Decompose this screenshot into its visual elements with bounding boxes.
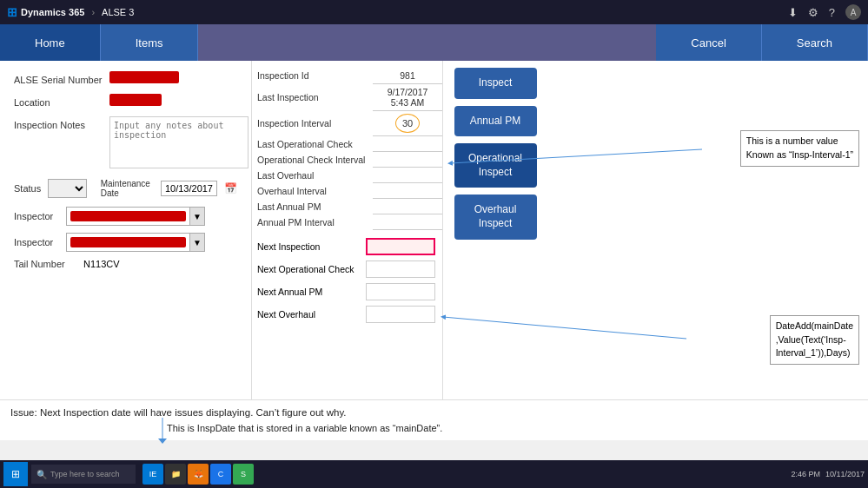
last-annual-pm-value <box>373 199 442 214</box>
inspector-input-1[interactable]: ▼ <box>66 207 205 226</box>
system-date: 10/11/2017 <box>825 470 865 478</box>
table-row: Last Operational Check <box>252 136 442 152</box>
app-logo: ⊞ Dynamics 365 <box>7 5 84 19</box>
inspector-label-1: Inspector <box>14 211 66 221</box>
next-section: Next Inspection Next Operational Check N… <box>252 235 442 326</box>
op-check-interval-label: Operational Check Interval <box>252 152 373 168</box>
win-tray: 2:46 PM 10/11/2017 <box>791 470 865 478</box>
next-inspection-value <box>361 235 442 258</box>
tab-items[interactable]: Items <box>101 24 199 61</box>
annotation-dateadd-line3: Interval_1’)),Days) <box>776 347 851 358</box>
next-overhaul-input[interactable] <box>366 306 435 323</box>
taskbar-icon-1[interactable]: IE <box>142 464 163 485</box>
taskbar-icon-5[interactable]: S <box>233 464 254 485</box>
mid-panel: Inspection Id 981 Last Inspection 9/17/2… <box>252 61 443 399</box>
table-row: Inspection Id 981 <box>252 68 442 84</box>
inspector-redacted-2 <box>70 237 186 247</box>
table-row: Inspection Interval 30 <box>252 111 442 136</box>
next-overhaul-label: Next Overhaul <box>252 303 361 326</box>
inspector-input-2[interactable]: ▼ <box>66 233 205 252</box>
right-panel: Inspect Annual PM Operational Inspect Ov… <box>443 61 547 399</box>
annual-pm-interval-value <box>373 214 442 230</box>
table-row: Next Operational Check <box>252 258 442 280</box>
annotation-insp-interval: This is a number value Known as “Insp-In… <box>740 130 859 167</box>
inspection-id-value: 981 <box>373 68 442 84</box>
inspector-row-2: Inspector ▼ <box>14 233 237 252</box>
status-select[interactable] <box>48 179 86 198</box>
tail-number-value: N113CV <box>83 259 120 269</box>
table-row: Next Annual PM <box>252 280 442 303</box>
bottom-note-text: This is InspDate that is stored in a var… <box>167 423 858 433</box>
annotation-dateadd: DateAdd(mainDate ,Value(Text(‘Insp- Inte… <box>770 315 859 365</box>
alse-serial-row: ALSE Serial Number <box>14 71 237 85</box>
alse-serial-value <box>109 71 237 85</box>
taskbar-search-placeholder: Type here to search <box>50 470 120 478</box>
inspector-dropdown-2[interactable]: ▼ <box>189 234 204 251</box>
next-table: Next Inspection Next Operational Check N… <box>252 235 442 326</box>
next-op-check-input[interactable] <box>366 260 435 278</box>
taskbar-icon-3[interactable]: 🦊 <box>188 464 209 485</box>
taskbar-search[interactable]: 🔍 Type here to search <box>31 465 136 484</box>
location-value <box>109 94 237 108</box>
last-op-check-label: Last Operational Check <box>252 136 373 152</box>
table-row: Last Inspection 9/17/2017 5:43 AM <box>252 84 442 111</box>
next-annual-pm-input[interactable] <box>366 283 435 300</box>
last-overhaul-label: Last Overhaul <box>252 168 373 183</box>
form-table: Inspection Id 981 Last Inspection 9/17/2… <box>252 68 442 230</box>
bottom-arrow-svg <box>149 418 176 444</box>
last-overhaul-value <box>373 168 442 183</box>
inspection-interval-label: Inspection Interval <box>252 111 373 136</box>
system-time: 2:46 PM <box>791 470 820 478</box>
overhaul-inspect-button[interactable]: Overhaul Inspect <box>454 195 537 239</box>
notes-value[interactable] <box>109 116 248 170</box>
overhaul-interval-label: Overhaul Interval <box>252 183 373 199</box>
annotation-dateadd-line2: ,Value(Text(‘Insp- <box>776 334 846 345</box>
operational-inspect-button[interactable]: Operational Inspect <box>454 143 537 188</box>
annual-pm-button[interactable]: Annual PM <box>454 106 537 137</box>
status-row: Status Maintenance Date 10/13/2017 📅 <box>14 179 237 198</box>
location-redacted <box>109 94 162 106</box>
nav-center <box>198 24 656 61</box>
tail-number-row: Tail Number N113CV <box>14 259 237 269</box>
overhaul-interval-value <box>373 183 442 199</box>
inspection-id-label: Inspection Id <box>252 68 373 84</box>
maintenance-date-value: 10/13/2017 <box>161 181 217 196</box>
nav-bar: Home Items Cancel Search <box>0 24 868 61</box>
tab-home[interactable]: Home <box>0 24 101 61</box>
settings-icon[interactable]: ⚙ <box>808 6 818 19</box>
top-bar-icons: ⬇ ⚙ ? A <box>788 4 861 20</box>
svg-marker-3 <box>158 439 167 444</box>
annual-pm-interval-label: Annual PM Interval <box>252 214 373 230</box>
next-annual-pm-label: Next Annual PM <box>252 280 361 303</box>
alse-serial-redacted <box>109 71 179 83</box>
inspect-button[interactable]: Inspect <box>454 68 537 99</box>
main-content: ALSE Serial Number Location Inspection N… <box>0 61 868 399</box>
tab-search[interactable]: Search <box>762 24 868 61</box>
taskbar-icon-4[interactable]: C <box>210 464 231 485</box>
download-icon[interactable]: ⬇ <box>788 6 798 19</box>
table-row: Next Inspection <box>252 235 442 258</box>
table-row: Next Overhaul <box>252 303 442 326</box>
taskbar-icon-2[interactable]: 📁 <box>165 464 186 485</box>
inspection-interval-value: 30 <box>373 111 442 136</box>
help-icon[interactable]: ? <box>829 6 835 19</box>
table-row: Last Annual PM <box>252 199 442 214</box>
next-overhaul-value <box>361 303 442 326</box>
calendar-icon[interactable]: 📅 <box>224 182 237 195</box>
table-row: Annual PM Interval <box>252 214 442 230</box>
notes-label: Inspection Notes <box>14 116 109 130</box>
location-label: Location <box>14 94 109 108</box>
next-op-check-label: Next Operational Check <box>252 258 361 280</box>
annotation-insp-line2: Known as “Insp-Interval-1” <box>746 149 853 160</box>
next-inspection-input[interactable] <box>366 238 435 255</box>
window-title: ALSE 3 <box>102 7 134 17</box>
tab-cancel[interactable]: Cancel <box>656 24 761 61</box>
notes-input[interactable] <box>109 116 248 168</box>
windows-taskbar: ⊞ 🔍 Type here to search IE 📁 🦊 C S 2:46 … <box>0 460 868 488</box>
notes-row: Inspection Notes <box>14 116 237 170</box>
location-row: Location <box>14 94 237 108</box>
inspector-dropdown-1[interactable]: ▼ <box>189 208 204 225</box>
bottom-area: Issue: Next Inspection date will have is… <box>0 399 868 440</box>
start-button[interactable]: ⊞ <box>3 462 28 486</box>
user-icon[interactable]: A <box>845 4 861 20</box>
